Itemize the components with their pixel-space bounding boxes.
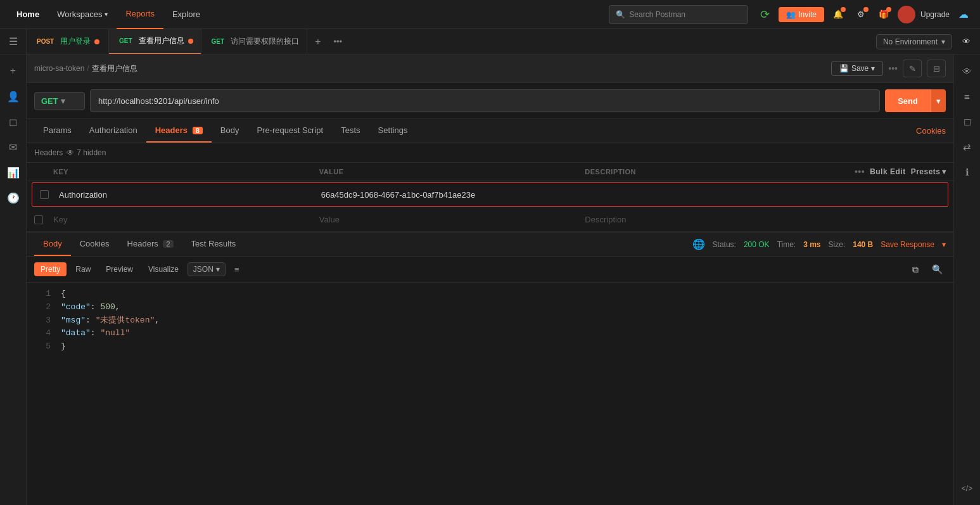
layout-icon-btn[interactable]: ⊟: [927, 60, 946, 77]
sidebar-history-icon[interactable]: 🕐: [2, 186, 25, 209]
right-eye-icon-btn[interactable]: 👁: [956, 60, 979, 82]
tab-headers[interactable]: Headers 8: [146, 119, 212, 143]
method-selector[interactable]: GET ▾: [34, 92, 85, 110]
cookies-link[interactable]: Cookies: [916, 126, 946, 136]
header-key-empty[interactable]: Key: [53, 215, 319, 224]
sidebar-chart-icon[interactable]: 📊: [2, 161, 25, 184]
sidebar-collection-icon[interactable]: ◻: [2, 110, 25, 133]
status-label: Status:: [713, 240, 736, 249]
gift-badge: [886, 7, 891, 12]
search-icon: 🔍: [616, 10, 625, 19]
breadcrumb-parent: micro-sa-token: [34, 64, 84, 73]
right-info-icon-btn[interactable]: ℹ: [956, 161, 979, 184]
request-bar-actions: 💾 Save ▾ ••• ✎ ⊟: [831, 60, 946, 77]
gear-icon-btn[interactable]: ⚙: [852, 6, 870, 23]
row-checkbox-1[interactable]: [40, 190, 49, 199]
url-input[interactable]: [90, 89, 880, 112]
edit-icon-btn[interactable]: ✎: [903, 60, 922, 77]
bell-icon-btn[interactable]: 🔔: [829, 6, 847, 23]
copy-response-button[interactable]: ⧉: [907, 260, 924, 278]
cloud-icon-btn[interactable]: ☁: [955, 6, 972, 23]
right-layout-icon: ◻: [964, 116, 971, 127]
sync-icon-btn[interactable]: ⟳: [756, 6, 773, 23]
preview-button[interactable]: Preview: [99, 262, 139, 276]
more-options-button[interactable]: •••: [888, 63, 898, 74]
tab-get-restricted[interactable]: GET 访问需要权限的接口: [201, 29, 308, 54]
resp-tab-body[interactable]: Body: [34, 233, 71, 256]
nav-explore[interactable]: Explore: [163, 0, 209, 29]
environment-selector[interactable]: No Environment ▾: [876, 34, 952, 49]
line-num-3: 3: [32, 314, 51, 328]
request-tabs: Params Authorization Headers 8 Body Pre-…: [27, 119, 953, 143]
code-content-4: "data": "null": [61, 327, 948, 340]
sidebar-new-icon[interactable]: +: [2, 60, 25, 82]
table-more-icon[interactable]: •••: [855, 167, 865, 177]
header-desc-empty[interactable]: Description: [585, 215, 851, 224]
col-desc-header: DESCRIPTION: [585, 168, 851, 176]
tab-bar-right: No Environment ▾ 👁: [876, 33, 980, 51]
tab-body[interactable]: Body: [212, 119, 248, 143]
tab-dot-login: [94, 39, 99, 44]
send-dropdown-button[interactable]: ▾: [931, 89, 946, 112]
globe-icon: 🌐: [692, 238, 705, 250]
nav-workspaces[interactable]: Workspaces ▾: [48, 0, 117, 29]
right-code-icon-btn[interactable]: </>: [956, 477, 979, 500]
presets-chevron-icon: ▾: [942, 167, 946, 176]
wrap-button[interactable]: ≡: [228, 262, 246, 277]
nav-reports[interactable]: Reports: [117, 0, 163, 29]
search-bar[interactable]: 🔍 Search Postman: [609, 5, 748, 24]
code-line-1: 1 {: [27, 288, 953, 301]
visualize-button[interactable]: Visualize: [142, 262, 185, 276]
sidebar-person-icon[interactable]: 👤: [2, 85, 25, 108]
tab-tests[interactable]: Tests: [332, 119, 369, 143]
code-line-4: 4 "data": "null": [27, 327, 953, 340]
pretty-button[interactable]: Pretty: [34, 262, 67, 276]
resp-tab-headers[interactable]: Headers 2: [118, 233, 182, 256]
send-button[interactable]: Send: [885, 89, 931, 112]
tab-more-button[interactable]: •••: [328, 37, 347, 46]
history-icon: 🕐: [7, 192, 20, 204]
search-response-button[interactable]: 🔍: [928, 260, 946, 278]
row-checkbox-2[interactable]: [34, 215, 43, 224]
sidebar-env-icon[interactable]: ✉: [2, 136, 25, 158]
format-selector[interactable]: JSON ▾: [188, 262, 226, 276]
right-list-icon-btn[interactable]: ≡: [956, 85, 979, 108]
tab-post-login[interactable]: POST 用户登录: [27, 29, 109, 54]
right-arrows-icon-btn[interactable]: ⇄: [956, 136, 979, 158]
chart-icon: 📊: [7, 167, 20, 179]
tab-bar: ☰ POST 用户登录 GET 查看用户信息 GET 访问需要权限的接口 + •…: [0, 29, 980, 54]
json-key-code: "code": [61, 302, 91, 312]
chevron-env-icon: ▾: [941, 37, 945, 46]
tab-settings[interactable]: Settings: [369, 119, 417, 143]
nav-home[interactable]: Home: [8, 0, 48, 29]
eye-hidden-icon: 👁: [67, 148, 74, 157]
sidebar-menu-icon[interactable]: ☰: [2, 30, 25, 53]
invite-button[interactable]: 👥 Invite: [779, 7, 824, 22]
gift-icon-btn[interactable]: 🎁: [875, 6, 893, 23]
raw-button[interactable]: Raw: [69, 262, 97, 276]
headers-section: Headers 👁 7 hidden: [27, 143, 953, 163]
right-layout-icon-btn[interactable]: ◻: [956, 110, 979, 133]
header-value-empty[interactable]: Value: [319, 215, 585, 224]
tab-params[interactable]: Params: [34, 119, 80, 143]
save-response-button[interactable]: Save Response: [881, 240, 934, 249]
eye-toggle-button[interactable]: 👁: [957, 33, 975, 51]
headers-table-header: KEY VALUE DESCRIPTION ••• Bulk Edit Pres…: [27, 163, 953, 181]
line-num-5: 5: [32, 340, 51, 354]
tab-pre-request[interactable]: Pre-request Script: [248, 119, 332, 143]
upgrade-button[interactable]: Upgrade: [920, 10, 950, 19]
header-value-authorization[interactable]: 66a45dc9-1068-4667-a1bc-0af7b41ae23e: [321, 190, 583, 200]
header-key-authorization[interactable]: Authorization: [59, 190, 321, 200]
response-controls: Pretty Raw Preview Visualize JSON ▾ ≡ ⧉ …: [27, 257, 953, 283]
col-value-header: VALUE: [319, 168, 585, 176]
save-button[interactable]: 💾 Save ▾: [831, 61, 883, 76]
tab-authorization[interactable]: Authorization: [80, 119, 146, 143]
tab-get-userinfo[interactable]: GET 查看用户信息: [109, 29, 201, 54]
avatar[interactable]: [898, 6, 915, 23]
tab-add-button[interactable]: +: [307, 36, 328, 48]
resp-tab-cookies[interactable]: Cookies: [71, 233, 118, 256]
resp-tab-test-results[interactable]: Test Results: [182, 233, 245, 256]
bulk-edit-button[interactable]: Bulk Edit: [870, 167, 906, 176]
method-label: GET: [41, 96, 58, 106]
presets-button[interactable]: Presets ▾: [911, 167, 946, 176]
